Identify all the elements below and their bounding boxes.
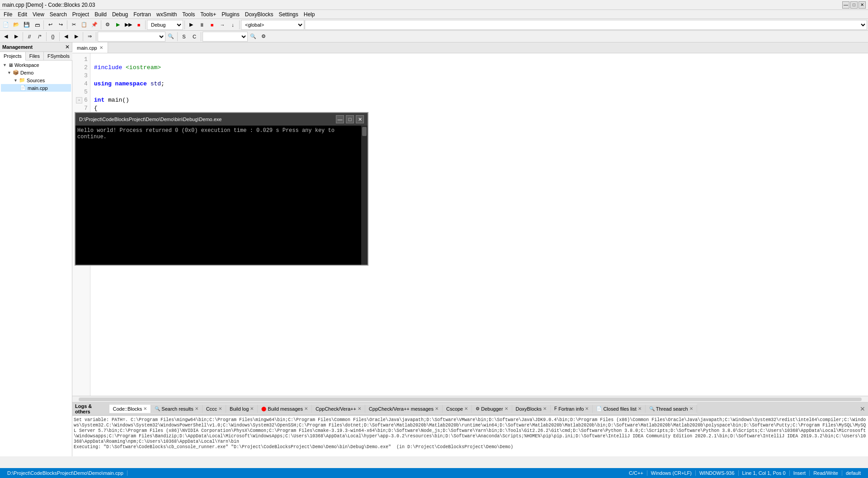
debug-run-button[interactable]: ▶: [186, 20, 196, 30]
stop-button[interactable]: ■: [134, 20, 144, 30]
close-button[interactable]: ✕: [859, 1, 866, 9]
build-button[interactable]: ⚙: [103, 20, 113, 30]
menu-help[interactable]: Help: [301, 10, 318, 19]
log-tab-search-close[interactable]: ✕: [195, 406, 198, 411]
S-button[interactable]: S: [179, 32, 189, 42]
debug-next-button[interactable]: →: [217, 20, 227, 30]
logs-text: Set variable: PATH=. C:\Program Files\mi…: [74, 417, 866, 450]
console-titlebar: D:\Project\CodeBlocksProject\Demo\Demo\b…: [75, 113, 368, 126]
tree-item-main-cpp[interactable]: 📄 main.cpp: [1, 84, 71, 92]
h-scrollbar[interactable]: [72, 396, 868, 402]
tab-projects[interactable]: Projects: [0, 52, 26, 61]
log-tab-doxyblocks[interactable]: DoxyBlocks ✕: [512, 405, 551, 413]
menu-search[interactable]: Search: [47, 10, 70, 19]
symbol-go-button[interactable]: 🔍: [248, 32, 258, 42]
comment-button[interactable]: //: [24, 32, 34, 42]
log-tab-threadsearch-close[interactable]: ✕: [689, 406, 693, 411]
menu-file[interactable]: File: [1, 10, 15, 19]
log-tab-cscope[interactable]: Cscope ✕: [443, 405, 472, 413]
run-button[interactable]: ▶: [113, 20, 123, 30]
new-file-button[interactable]: 📄: [1, 20, 11, 30]
fold-marker-6[interactable]: -: [76, 97, 82, 103]
logs-panel-close-button[interactable]: ✕: [857, 404, 868, 413]
tab-fsymbols[interactable]: FSymbols: [44, 52, 74, 60]
debug-step-button[interactable]: ↓: [228, 20, 238, 30]
build-run-button[interactable]: ▶▶: [123, 20, 133, 30]
management-close-button[interactable]: ✕: [65, 44, 70, 50]
log-tab-fortran-info[interactable]: F Fortran info ✕: [551, 405, 593, 413]
log-tab-cscope-close[interactable]: ✕: [464, 406, 468, 411]
log-tab-cccc-close[interactable]: ✕: [218, 406, 222, 411]
nav-back-button[interactable]: ◀: [61, 32, 71, 42]
menu-plugins[interactable]: Plugins: [219, 10, 242, 19]
console-maximize-button[interactable]: □: [346, 115, 354, 123]
save-button[interactable]: 💾: [22, 20, 32, 30]
menu-edit[interactable]: Edit: [15, 10, 30, 19]
bookmark-prev-button[interactable]: ◀: [1, 32, 11, 42]
editor-tab-main-cpp[interactable]: main.cpp ✕: [72, 42, 108, 53]
console-close-button[interactable]: ✕: [356, 115, 364, 123]
log-tab-thread-search[interactable]: 🔍 Thread search ✕: [646, 405, 697, 413]
menu-debug[interactable]: Debug: [109, 10, 131, 19]
menu-doxyblocks[interactable]: DoxyBlocks: [242, 10, 276, 19]
paste-button[interactable]: 📌: [90, 20, 99, 30]
C-button[interactable]: C: [189, 32, 199, 42]
tab-bar: main.cpp ✕: [72, 42, 868, 53]
undo-button[interactable]: ↩: [45, 20, 55, 30]
menu-fortran[interactable]: Fortran: [131, 10, 154, 19]
log-tab-build-log[interactable]: Build log ✕: [226, 405, 258, 413]
maximize-button[interactable]: □: [850, 1, 858, 9]
log-tab-codeblocks[interactable]: Code::Blocks ✕: [109, 405, 151, 413]
log-tab-search-results[interactable]: 🔍 Search results ✕: [151, 405, 202, 413]
debug-stop-button[interactable]: ■: [207, 20, 217, 30]
log-tab-buildmsg-close[interactable]: ✕: [304, 406, 308, 411]
symbol-options-button[interactable]: ⚙: [259, 32, 269, 42]
jump-button[interactable]: ⇒: [85, 32, 94, 42]
log-tab-debugger[interactable]: ⚙ Debugger ✕: [472, 405, 512, 413]
log-tab-closed-files[interactable]: 📄 Closed files list ✕: [593, 405, 645, 413]
uncomment-button[interactable]: /*: [35, 32, 45, 42]
log-tab-cppcheck-messages[interactable]: CppCheck/Vera++ messages ✕: [365, 405, 443, 413]
log-tab-doxyblocks-close[interactable]: ✕: [543, 406, 547, 411]
menu-tools[interactable]: Tools: [179, 10, 198, 19]
bookmark-next-button[interactable]: ▶: [11, 32, 21, 42]
search-dropdown[interactable]: [98, 32, 165, 42]
nav-fwd-button[interactable]: ▶: [71, 32, 81, 42]
cut-button[interactable]: ✂: [69, 20, 79, 30]
debug-pause-button[interactable]: ⏸: [197, 20, 207, 30]
search-go-button[interactable]: 🔍: [166, 32, 176, 42]
log-tab-build-messages[interactable]: ⬤ Build messages ✕: [258, 405, 312, 413]
log-tab-fortraninfo-close[interactable]: ✕: [585, 406, 589, 411]
symbol-dropdown[interactable]: [203, 32, 248, 42]
tab-files[interactable]: Files: [26, 52, 44, 60]
console-minimize-button[interactable]: —: [336, 115, 344, 123]
log-tab-cppcheckmsg-close[interactable]: ✕: [435, 406, 439, 411]
log-tab-codeblocks-close[interactable]: ✕: [143, 406, 147, 411]
build-config-dropdown[interactable]: Debug Release: [147, 20, 183, 30]
log-tab-cccc[interactable]: Cccc ✕: [203, 405, 226, 413]
menu-settings[interactable]: Settings: [276, 10, 301, 19]
menu-project[interactable]: Project: [70, 10, 92, 19]
menu-wxsmith[interactable]: wxSmith: [154, 10, 179, 19]
menu-view[interactable]: View: [30, 10, 47, 19]
fold-button[interactable]: {}: [48, 32, 58, 42]
tree-item-demo[interactable]: ▼ 📦 Demo: [1, 69, 71, 76]
menu-tools-plus[interactable]: Tools+: [198, 10, 219, 19]
function-dropdown[interactable]: [305, 20, 867, 30]
tree-item-workspace[interactable]: ▼ 🖥 Workspace: [1, 61, 71, 69]
minimize-button[interactable]: —: [842, 1, 849, 9]
log-tab-cppcheck-close[interactable]: ✕: [358, 406, 361, 411]
tree-item-sources[interactable]: ▼ 📁 Sources: [1, 76, 71, 84]
menu-build[interactable]: Build: [92, 10, 109, 19]
log-tab-cppcheck[interactable]: CppCheck/Vera++ ✕: [312, 405, 365, 413]
log-tab-buildlog-close[interactable]: ✕: [250, 406, 254, 411]
copy-button[interactable]: 📋: [79, 20, 89, 30]
console-scrollbar[interactable]: [361, 126, 368, 265]
redo-button[interactable]: ↪: [56, 20, 66, 30]
tab-close-button[interactable]: ✕: [99, 45, 103, 50]
scope-dropdown[interactable]: <global>: [241, 20, 304, 30]
log-tab-debugger-close[interactable]: ✕: [505, 406, 508, 411]
open-file-button[interactable]: 📂: [11, 20, 21, 30]
save-all-button[interactable]: 🗃: [32, 20, 42, 30]
log-tab-closedfiles-close[interactable]: ✕: [638, 406, 642, 411]
